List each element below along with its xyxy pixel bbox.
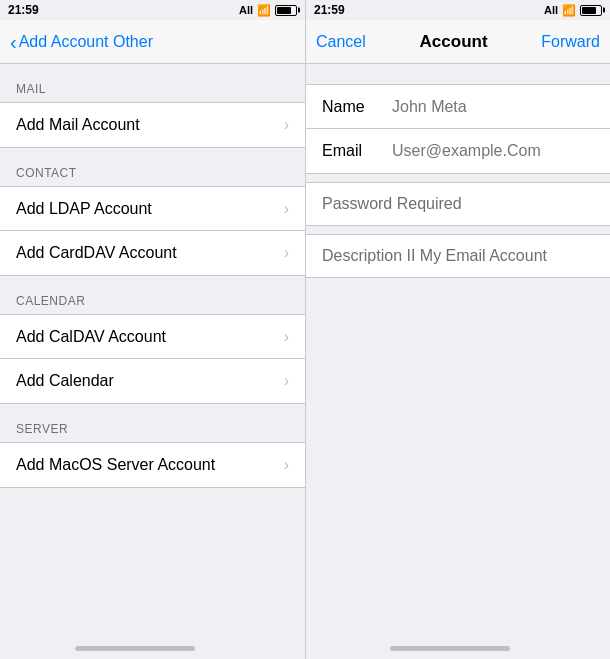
chevron-right-icon: ›: [284, 116, 289, 134]
battery-icon-left: [275, 5, 297, 16]
back-chevron-icon: ‹: [10, 32, 17, 52]
chevron-right-icon-caldav: ›: [284, 328, 289, 346]
name-input[interactable]: [392, 98, 594, 116]
description-label: Description II My Email Account: [322, 247, 547, 265]
add-mail-account-label: Add Mail Account: [16, 116, 140, 134]
password-section: Password Required: [306, 182, 610, 226]
signal-right: All: [544, 4, 558, 16]
forward-button[interactable]: Forward: [541, 33, 600, 51]
section-header-mail: MAIL: [0, 64, 305, 102]
back-label: Add Account Other: [19, 33, 153, 51]
section-header-calendar: CALENDAR: [0, 276, 305, 314]
status-right-left: All 📶: [239, 4, 297, 17]
add-ldap-account-item[interactable]: Add LDAP Account ›: [0, 187, 305, 231]
account-title: Account: [420, 32, 488, 52]
add-caldav-account-label: Add CalDAV Account: [16, 328, 166, 346]
password-row: Password Required: [306, 182, 610, 226]
add-caldav-account-item[interactable]: Add CalDAV Account ›: [0, 315, 305, 359]
home-indicator-left: [75, 646, 195, 651]
add-mail-account-item[interactable]: Add Mail Account ›: [0, 103, 305, 147]
add-calendar-item[interactable]: Add Calendar ›: [0, 359, 305, 403]
section-header-contact: Contact: [0, 148, 305, 186]
time-right: 21:59: [314, 3, 345, 17]
back-button[interactable]: ‹ Add Account Other: [10, 32, 153, 52]
name-row: Name: [306, 85, 610, 129]
password-label: Password Required: [322, 195, 462, 213]
add-ldap-account-label: Add LDAP Account: [16, 200, 152, 218]
email-row: Email: [306, 129, 610, 173]
description-section: Description II My Email Account: [306, 234, 610, 278]
signal-left: All: [239, 4, 253, 16]
account-form: Name Email: [306, 84, 610, 174]
email-input[interactable]: [392, 142, 594, 160]
right-panel: 21:59 All 📶 Cancel Account Forward Name …: [305, 0, 610, 659]
nav-bar-left: ‹ Add Account Other: [0, 20, 305, 64]
home-indicator-right: [390, 646, 510, 651]
add-carddav-account-item[interactable]: Add CardDAV Account ›: [0, 231, 305, 275]
contact-list: Add LDAP Account › Add CardDAV Account ›: [0, 186, 305, 276]
battery-icon-right: [580, 5, 602, 16]
calendar-list: Add CalDAV Account › Add Calendar ›: [0, 314, 305, 404]
add-macos-server-item[interactable]: Add MacOS Server Account ›: [0, 443, 305, 487]
wifi-icon-left: 📶: [257, 4, 271, 17]
time-left: 21:59: [8, 3, 39, 17]
server-list: Add MacOS Server Account ›: [0, 442, 305, 488]
chevron-right-icon-server: ›: [284, 456, 289, 474]
status-right-right: All 📶: [544, 4, 602, 17]
add-calendar-label: Add Calendar: [16, 372, 114, 390]
section-header-server: SERVER: [0, 404, 305, 442]
status-bar-left: 21:59 All 📶: [0, 0, 305, 20]
wifi-icon-right: 📶: [562, 4, 576, 17]
email-label: Email: [322, 142, 392, 160]
left-panel: 21:59 All 📶 ‹ Add Account Other MAIL Add…: [0, 0, 305, 659]
status-bar-right: 21:59 All 📶: [306, 0, 610, 20]
add-macos-server-label: Add MacOS Server Account: [16, 456, 215, 474]
description-row: Description II My Email Account: [306, 234, 610, 278]
add-carddav-account-label: Add CardDAV Account: [16, 244, 177, 262]
chevron-right-icon-carddav: ›: [284, 244, 289, 262]
cancel-button[interactable]: Cancel: [316, 33, 366, 51]
nav-right-container: Cancel Account Forward: [316, 32, 600, 52]
name-label: Name: [322, 98, 392, 116]
chevron-right-icon-ldap: ›: [284, 200, 289, 218]
nav-bar-right: Cancel Account Forward: [306, 20, 610, 64]
mail-list: Add Mail Account ›: [0, 102, 305, 148]
chevron-right-icon-calendar: ›: [284, 372, 289, 390]
